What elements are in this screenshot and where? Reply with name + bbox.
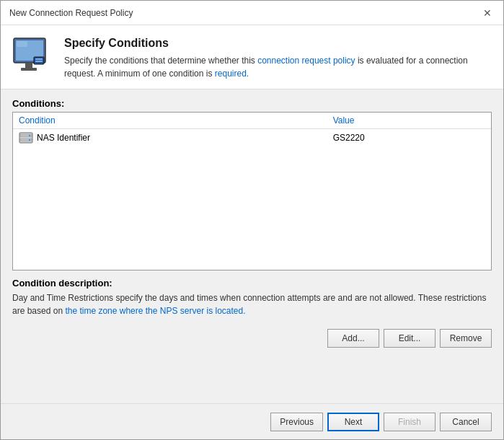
conditions-label: Conditions: [12, 98, 492, 109]
header-link1[interactable]: connection request policy [257, 56, 355, 66]
content-area: Specify Conditions Specify the condition… [1, 25, 503, 403]
svg-rect-4 [21, 68, 37, 71]
svg-point-11 [29, 135, 30, 136]
main-content: Conditions: Condition Value [1, 89, 503, 403]
svg-rect-7 [35, 61, 43, 62]
close-button[interactable]: ✕ [480, 6, 495, 20]
header-icon-area [12, 37, 56, 73]
value-cell: GS2220 [327, 129, 491, 147]
conditions-table-wrapper[interactable]: Condition Value [12, 112, 492, 270]
table-row[interactable]: NAS Identifier GS2220 [13, 129, 491, 147]
condition-cell: NAS Identifier [13, 129, 327, 147]
header-section: Specify Conditions Specify the condition… [1, 25, 503, 89]
condition-description-section: Condition description: Day and Time Rest… [12, 278, 492, 317]
header-link2[interactable]: required. [215, 69, 249, 79]
header-description: Specify the conditions that determine wh… [64, 54, 492, 80]
add-button[interactable]: Add... [327, 329, 379, 348]
page-title: Specify Conditions [64, 37, 492, 50]
monitor-icon [12, 37, 52, 74]
header-text: Specify Conditions Specify the condition… [64, 37, 492, 80]
condition-column-header: Condition [13, 113, 327, 129]
svg-point-12 [29, 139, 30, 141]
condition-description-label: Condition description: [12, 278, 492, 289]
description-link[interactable]: the time zone where the NPS server is lo… [65, 306, 245, 316]
previous-button[interactable]: Previous [270, 413, 323, 431]
nas-identifier-icon [19, 132, 33, 144]
svg-rect-6 [35, 58, 43, 60]
svg-rect-3 [25, 63, 32, 68]
conditions-section: Conditions: Condition Value [12, 98, 492, 270]
footer: Previous Next Finish Cancel [1, 403, 503, 439]
next-button[interactable]: Next [327, 413, 379, 431]
remove-button[interactable]: Remove [440, 329, 492, 348]
action-buttons: Add... Edit... Remove [12, 329, 492, 348]
finish-button[interactable]: Finish [384, 413, 436, 431]
condition-description-text: Day and Time Restrictions specify the da… [12, 291, 492, 317]
title-bar: New Connection Request Policy ✕ [1, 1, 503, 25]
edit-button[interactable]: Edit... [384, 329, 436, 348]
window-title: New Connection Request Policy [9, 8, 133, 18]
svg-rect-2 [17, 41, 27, 47]
cancel-button[interactable]: Cancel [440, 413, 492, 431]
table-header-row: Condition Value [13, 113, 491, 129]
condition-name: NAS Identifier [37, 133, 90, 143]
main-window: New Connection Request Policy ✕ [0, 0, 504, 440]
conditions-table: Condition Value [13, 113, 491, 146]
value-column-header: Value [327, 113, 491, 129]
